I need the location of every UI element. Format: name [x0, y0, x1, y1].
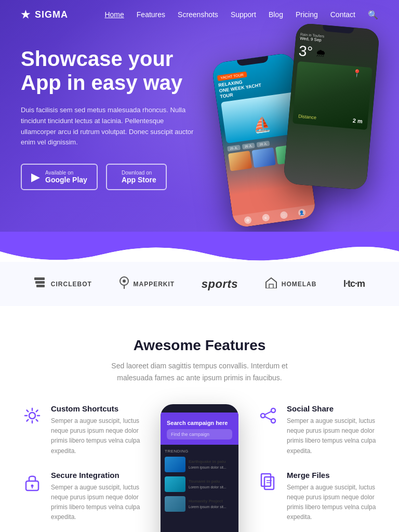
news-title-1: Earthquake in palu — [189, 459, 227, 464]
features-section: Awesome Features Sed laoreet diam sagitt… — [0, 306, 399, 532]
center-phone-wrap: Search campaign here Find the campaign T… — [161, 404, 238, 532]
phone-right: Rain in Toufers Wed, 9 Sep 3° 🌧 📍 Distan… — [283, 23, 380, 191]
svg-rect-1 — [35, 281, 45, 284]
search-icon[interactable]: 🔍 — [368, 10, 378, 19]
nav-features[interactable]: Features — [137, 10, 165, 19]
svg-rect-17 — [261, 474, 271, 486]
features-grid: Custom Shortcuts Semper a augue suscipit… — [21, 404, 378, 532]
feature-custom-shortcuts: Custom Shortcuts Semper a augue suscipit… — [21, 404, 142, 456]
features-center-phone: Search campaign here Find the campaign T… — [153, 404, 246, 532]
svg-rect-0 — [34, 277, 45, 280]
logo: ★ SIGMA — [21, 8, 68, 21]
brand-ltcom: l·tc·m — [343, 278, 365, 289]
feature-share-title: Social Share — [287, 404, 378, 413]
svg-point-8 — [31, 484, 34, 487]
nav-pricing[interactable]: Pricing — [296, 10, 318, 19]
brand-circlebot: CIRCLEBOT — [34, 277, 92, 290]
news-item-2: Tsunami in palu Lorem ipsum dolor sit... — [165, 476, 234, 492]
svg-point-4 — [123, 280, 126, 283]
app-store-label-big: App Store — [122, 176, 156, 184]
feature-integration-title: Secure Integration — [51, 471, 142, 480]
nav-support[interactable]: Support — [231, 10, 256, 19]
feature-shortcuts-title: Custom Shortcuts — [51, 404, 142, 413]
feature-shortcuts-desc: Semper a augue suscipit, luctus neque pu… — [51, 416, 142, 456]
center-search-box: Find the campaign — [167, 429, 232, 440]
news-item-3: Humanity Project Lorem ipsum dolor sit..… — [165, 496, 234, 512]
feature-share-desc: Semper a augue suscipit, luctus neque pu… — [287, 416, 378, 456]
feature-integration-desc: Semper a augue suscipit, luctus neque pu… — [51, 483, 142, 523]
nav-blog[interactable]: Blog — [269, 10, 283, 19]
brand-mapperkit: MAPPERKIT — [119, 276, 175, 291]
circlebot-icon — [34, 277, 47, 290]
logo-star-icon: ★ — [21, 8, 31, 21]
navbar: ★ SIGMA Home Features Screenshots Suppor… — [0, 0, 399, 29]
feature-social-share: Social Share Semper a augue suscipit, lu… — [257, 404, 378, 456]
google-play-icon: ▶ — [31, 170, 40, 184]
sports-label: sports — [202, 277, 238, 291]
homelab-label: HOMELAB — [282, 281, 317, 288]
google-play-label-small: Available on — [45, 170, 87, 176]
center-phone-search-label: Search campaign here — [167, 420, 232, 426]
hero-title: Showcase your App in easy way — [21, 47, 218, 95]
section-header: Awesome Features Sed laoreet diam sagitt… — [21, 337, 378, 383]
svg-rect-18 — [264, 477, 274, 489]
feature-integration-text: Secure Integration Semper a augue suscip… — [51, 471, 142, 523]
news-desc-3: Lorem ipsum dolor sit... — [189, 504, 227, 509]
circlebot-label: CIRCLEBOT — [51, 281, 92, 288]
brands-section: CIRCLEBOT MAPPERKIT sports HOMELAB l·tc·… — [0, 262, 399, 306]
wave-divider — [0, 231, 399, 262]
news-desc-2: Lorem ipsum dolor sit... — [189, 485, 227, 489]
svg-line-16 — [265, 417, 271, 420]
feature-merge-files: Merge Files Semper a augue suscipit, luc… — [257, 471, 378, 523]
svg-point-14 — [261, 414, 265, 418]
features-title: Awesome Features — [21, 337, 378, 354]
trending-label: TRENDING — [165, 449, 234, 454]
svg-point-13 — [271, 419, 275, 423]
svg-rect-2 — [36, 285, 45, 287]
news-title-3: Humanity Project — [189, 499, 227, 504]
share-icon — [257, 404, 280, 427]
files-icon — [257, 471, 280, 494]
news-title-2: Tsunami in palu — [189, 479, 227, 484]
feature-files-text: Merge Files Semper a augue suscipit, luc… — [287, 471, 378, 523]
google-play-button[interactable]: ▶ Available on Google Play — [21, 164, 98, 190]
feature-files-desc: Semper a augue suscipit, luctus neque pu… — [287, 483, 378, 523]
features-right: Social Share Semper a augue suscipit, lu… — [257, 404, 378, 532]
svg-rect-5 — [269, 284, 273, 288]
news-item-1: Earthquake in palu Lorem ipsum dolor sit… — [165, 457, 234, 472]
brand-sports: sports — [202, 277, 238, 291]
nav-home[interactable]: Home — [104, 10, 124, 19]
features-left: Custom Shortcuts Semper a augue suscipit… — [21, 404, 142, 532]
brand-homelab: HOMELAB — [265, 277, 317, 291]
ltcom-label: l·tc·m — [343, 278, 365, 289]
hero-phones: YACHT TOUR RELAXINGONE WEEK YACHTTOUR ⛵ … — [202, 16, 389, 223]
hero-content: Showcase your App in easy way Duis facil… — [21, 47, 218, 190]
google-play-label-big: Google Play — [45, 176, 87, 184]
news-desc-1: Lorem ipsum dolor sit... — [189, 465, 227, 470]
mapperkit-label: MAPPERKIT — [134, 281, 175, 288]
nav-contact[interactable]: Contact — [330, 10, 355, 19]
app-store-button[interactable]: Download on App Store — [106, 164, 167, 190]
hero-buttons: ▶ Available on Google Play Download on A… — [21, 164, 218, 190]
svg-line-15 — [265, 411, 271, 415]
nav-screenshots[interactable]: Screenshots — [178, 10, 218, 19]
feature-files-title: Merge Files — [287, 471, 378, 480]
homelab-icon — [265, 277, 277, 291]
features-subtitle: Sed laoreet diam sagittis tempus convall… — [96, 360, 303, 383]
svg-point-6 — [29, 413, 35, 419]
brand-name: SIGMA — [35, 9, 68, 20]
svg-point-12 — [271, 408, 275, 413]
hero-section: ★ SIGMA Home Features Screenshots Suppor… — [0, 0, 399, 232]
gear-icon — [21, 404, 44, 427]
lock-icon — [21, 471, 44, 494]
feature-shortcuts-text: Custom Shortcuts Semper a augue suscipit… — [51, 404, 142, 456]
feature-secure-integration: Secure Integration Semper a augue suscip… — [21, 471, 142, 523]
mapperkit-icon — [119, 276, 129, 291]
hero-description: Duis facilisis sem sed metus malesuada r… — [21, 105, 197, 148]
feature-share-text: Social Share Semper a augue suscipit, lu… — [287, 404, 378, 456]
app-store-label-small: Download on — [122, 170, 156, 176]
nav-links: Home Features Screenshots Support Blog P… — [104, 10, 378, 20]
